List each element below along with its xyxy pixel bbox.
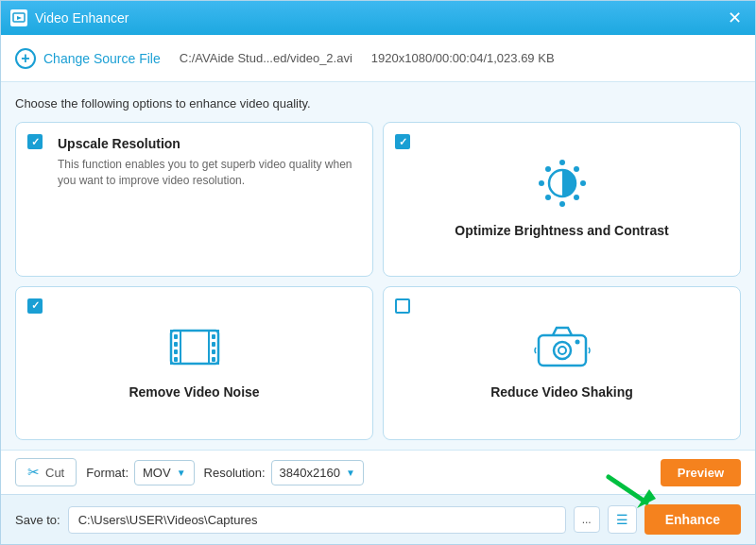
format-group: Format: MOV ▼	[86, 460, 194, 485]
svg-rect-14	[174, 334, 178, 339]
film-icon	[166, 321, 223, 377]
format-select[interactable]: MOV ▼	[134, 460, 195, 485]
cut-button[interactable]: ✂ Cut	[15, 458, 77, 486]
format-label: Format:	[86, 466, 129, 480]
upscale-desc: This function enables you to get superb …	[58, 157, 359, 189]
file-path: C:/AVAide Stud...ed/video_2.avi	[180, 51, 352, 65]
camera-icon	[534, 321, 591, 377]
svg-rect-21	[212, 357, 215, 362]
svg-point-24	[558, 347, 566, 354]
svg-rect-19	[212, 342, 215, 347]
resolution-value: 3840x2160	[280, 466, 340, 480]
resolution-select[interactable]: 3840x2160 ▼	[271, 460, 364, 485]
shaking-checkbox[interactable]	[395, 298, 410, 314]
upscale-title: Upscale Resolution	[58, 136, 359, 151]
resolution-arrow-icon: ▼	[346, 468, 355, 478]
svg-point-5	[539, 180, 544, 186]
options-grid: ✓ Upscale Resolution This function enabl…	[15, 122, 741, 440]
change-source-button[interactable]: + Change Source File	[15, 48, 161, 69]
plus-icon: +	[15, 48, 36, 69]
option-shaking-card: Reduce Video Shaking	[383, 286, 741, 441]
format-value: MOV	[143, 466, 171, 480]
svg-rect-15	[174, 342, 178, 347]
option-brightness-card: ✓	[383, 122, 741, 277]
svg-rect-17	[174, 357, 178, 362]
svg-rect-11	[171, 331, 218, 364]
resolution-group: Resolution: 3840x2160 ▼	[204, 460, 364, 485]
brightness-icon	[534, 155, 591, 215]
upscale-checkbox[interactable]: ✓	[27, 134, 43, 149]
save-path-input[interactable]	[68, 506, 566, 534]
brightness-checkbox[interactable]: ✓	[395, 134, 410, 149]
svg-point-10	[545, 195, 551, 200]
svg-point-6	[580, 180, 586, 186]
cut-label: Cut	[45, 466, 64, 480]
resolution-label: Resolution:	[204, 466, 266, 480]
file-meta: 1920x1080/00:00:04/1,023.69 KB	[371, 51, 555, 65]
change-source-label: Change Source File	[43, 51, 161, 66]
svg-marker-1	[17, 16, 22, 20]
bottom-bar: Save to: ... ☰ Enhance	[1, 494, 755, 544]
svg-rect-16	[174, 349, 178, 354]
svg-point-9	[574, 166, 579, 172]
svg-point-23	[554, 342, 571, 359]
noise-checkbox[interactable]: ✓	[27, 298, 43, 314]
format-arrow-icon: ▼	[177, 468, 186, 478]
subtitle: Choose the following options to enhance …	[15, 96, 741, 111]
option-noise-card: ✓	[15, 286, 373, 441]
svg-rect-22	[539, 335, 586, 366]
title-bar: Video Enhancer ✕	[1, 1, 755, 35]
scissors-icon: ✂	[27, 464, 40, 481]
video-enhancer-window: Video Enhancer ✕ + Change Source File C:…	[0, 0, 756, 545]
preview-button[interactable]: Preview	[661, 459, 741, 486]
svg-point-8	[574, 195, 579, 200]
svg-rect-18	[212, 334, 215, 339]
svg-rect-20	[212, 349, 215, 354]
svg-point-7	[545, 166, 551, 172]
svg-line-26	[609, 477, 646, 502]
svg-point-4	[559, 201, 565, 207]
main-content: Choose the following options to enhance …	[1, 82, 755, 450]
noise-title: Remove Video Noise	[129, 384, 259, 400]
browse-button[interactable]: ...	[574, 506, 600, 533]
window-title: Video Enhancer	[35, 10, 723, 26]
save-to-label: Save to:	[15, 513, 60, 527]
option-upscale-card: ✓ Upscale Resolution This function enabl…	[15, 122, 373, 277]
svg-point-25	[575, 339, 579, 344]
close-button[interactable]: ✕	[723, 7, 746, 29]
arrow-indicator	[604, 472, 661, 514]
app-icon	[10, 9, 27, 26]
shaking-title: Reduce Video Shaking	[490, 384, 633, 400]
svg-point-3	[559, 160, 565, 165]
folder-icon: ☰	[616, 512, 628, 527]
toolbar: + Change Source File C:/AVAide Stud...ed…	[1, 35, 755, 82]
brightness-title: Optimize Brightness and Contrast	[455, 223, 668, 238]
